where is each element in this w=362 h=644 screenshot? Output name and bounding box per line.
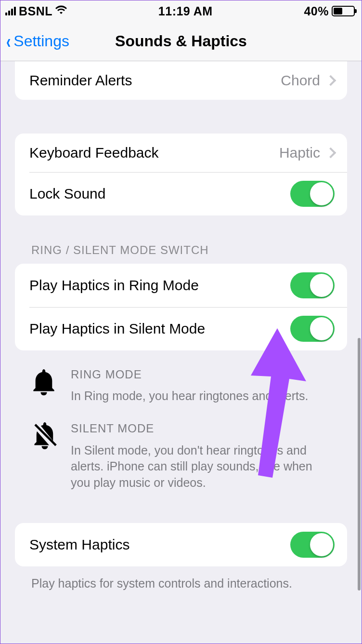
battery-percent: 40% xyxy=(304,4,329,18)
group-ring-silent: Play Haptics in Ring Mode Play Haptics i… xyxy=(15,264,347,350)
chevron-right-icon xyxy=(325,75,336,86)
footer-ring-silent: RING MODE In Ring mode, you hear rington… xyxy=(15,350,347,491)
row-label: Play Haptics in Silent Mode xyxy=(29,321,205,337)
chevron-left-icon: ‹ xyxy=(6,32,11,51)
row-label: Reminder Alerts xyxy=(29,72,132,89)
cellular-signal-icon xyxy=(5,7,16,15)
scrollbar[interactable] xyxy=(358,338,361,590)
toggle-system-haptics[interactable] xyxy=(290,532,335,558)
row-reminder-alerts[interactable]: Reminder Alerts Chord xyxy=(15,61,347,100)
footer-title: SILENT MODE xyxy=(71,421,331,436)
row-play-haptics-silent: Play Haptics in Silent Mode xyxy=(15,307,347,350)
row-play-haptics-ring: Play Haptics in Ring Mode xyxy=(15,264,347,307)
back-label: Settings xyxy=(13,32,69,50)
row-keyboard-feedback[interactable]: Keyboard Feedback Haptic xyxy=(15,134,347,172)
toggle-lock-sound[interactable] xyxy=(290,181,335,207)
row-lock-sound: Lock Sound xyxy=(15,172,347,215)
row-label: Lock Sound xyxy=(29,186,105,202)
section-header-ring-silent: RING / SILENT MODE SWITCH xyxy=(15,215,347,264)
group-system-haptics: System Haptics xyxy=(15,523,347,566)
status-left: BSNL xyxy=(5,4,67,18)
row-trail: Haptic xyxy=(279,145,335,161)
row-label: System Haptics xyxy=(29,537,129,553)
footer-ring-mode: RING MODE In Ring mode, you hear rington… xyxy=(31,367,331,404)
toggle-haptics-silent[interactable] xyxy=(290,316,335,342)
group-sounds-top: Reminder Alerts Chord xyxy=(15,61,347,100)
status-time: 11:19 AM xyxy=(158,4,213,18)
group-keyboard-lock: Keyboard Feedback Haptic Lock Sound xyxy=(15,134,347,215)
footer-title: RING MODE xyxy=(71,367,331,382)
row-system-haptics: System Haptics xyxy=(15,523,347,566)
wifi-icon xyxy=(55,5,67,17)
footer-system-haptics: Play haptics for system controls and int… xyxy=(15,566,347,592)
status-bar: BSNL 11:19 AM 40% xyxy=(0,0,362,22)
status-right: 40% xyxy=(304,4,355,18)
bell-icon xyxy=(31,367,58,404)
row-value: Chord xyxy=(281,72,320,89)
row-label: Play Haptics in Ring Mode xyxy=(29,277,199,294)
footer-silent-mode: SILENT MODE In Silent mode, you don't he… xyxy=(31,421,331,491)
row-label: Keyboard Feedback xyxy=(29,145,159,161)
page-title: Sounds & Haptics xyxy=(115,32,247,50)
content-area: Reminder Alerts Chord Keyboard Feedback … xyxy=(0,61,362,606)
chevron-right-icon xyxy=(325,148,336,159)
bell-slash-icon xyxy=(31,421,58,491)
row-trail: Chord xyxy=(281,72,335,89)
toggle-haptics-ring[interactable] xyxy=(290,272,335,298)
row-value: Haptic xyxy=(279,145,320,161)
back-button[interactable]: ‹ Settings xyxy=(5,22,69,61)
navigation-bar: ‹ Settings Sounds & Haptics xyxy=(0,22,362,61)
footer-body: In Silent mode, you don't hear ringtones… xyxy=(71,443,331,491)
carrier-label: BSNL xyxy=(19,4,52,18)
footer-body: In Ring mode, you hear ringtones and ale… xyxy=(71,388,331,404)
battery-icon xyxy=(332,6,355,16)
